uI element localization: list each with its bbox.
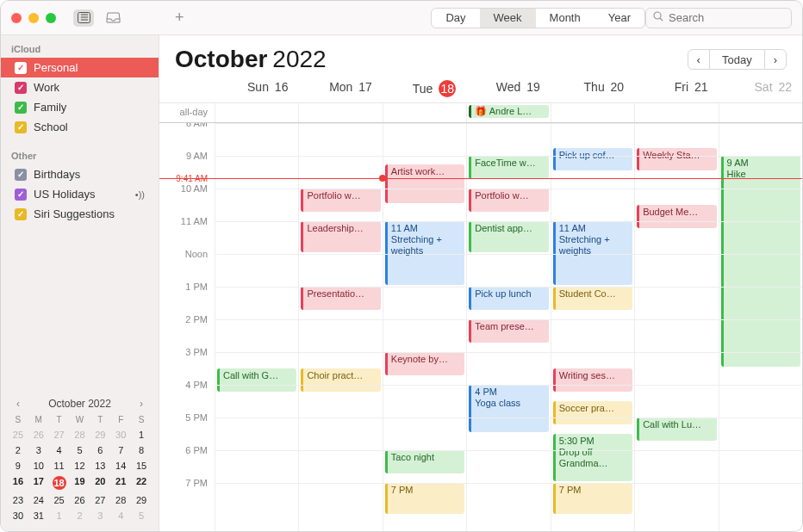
minical-day[interactable]: 10 — [28, 459, 49, 473]
event[interactable]: Pick up lunch — [469, 287, 548, 310]
view-year-button[interactable]: Year — [594, 9, 644, 28]
day-column[interactable]: Pick up cof…11 AMStretching + weightsStu… — [551, 123, 634, 531]
minical-day[interactable]: 1 — [49, 509, 70, 523]
minical-prev-button[interactable]: ‹ — [8, 398, 28, 410]
calendar-item-personal[interactable]: ✓Personal — [1, 58, 159, 77]
allday-cell[interactable] — [298, 103, 382, 122]
minical-day[interactable]: 12 — [70, 459, 90, 473]
event[interactable]: Presentatio… — [301, 287, 380, 310]
calendars-sidebar-icon[interactable] — [73, 9, 94, 27]
calendar-checkbox[interactable]: ✓ — [15, 62, 27, 74]
event[interactable]: Artist work… — [385, 164, 464, 204]
minical-day[interactable]: 9 — [8, 459, 28, 473]
event[interactable]: 7 PM — [553, 483, 632, 514]
day-header[interactable]: Sun 16 — [215, 80, 298, 97]
day-column[interactable]: Call with G… — [215, 123, 298, 531]
minical-day[interactable]: 13 — [90, 459, 110, 473]
calendar-item-school[interactable]: ✓School — [4, 117, 155, 137]
minimize-button[interactable] — [28, 13, 39, 23]
event[interactable]: Call with G… — [217, 368, 296, 392]
search-field[interactable] — [645, 8, 792, 28]
event[interactable]: Pick up cof… — [553, 148, 632, 171]
search-input[interactable] — [669, 11, 803, 24]
event[interactable]: 11 AMStretching + weights — [385, 221, 464, 285]
minical-day[interactable]: 31 — [28, 509, 49, 523]
minical-day[interactable]: 22 — [131, 474, 152, 492]
calendar-item-siri-suggestions[interactable]: ✓Siri Suggestions — [4, 204, 155, 224]
minical-day[interactable]: 18 — [49, 474, 70, 492]
minical-day[interactable]: 25 — [8, 428, 28, 442]
calendar-checkbox[interactable]: ✓ — [15, 189, 27, 201]
day-column[interactable]: FaceTime w…Portfolio w…Dentist app…Pick … — [466, 123, 550, 531]
event[interactable]: Keynote by… — [385, 352, 464, 375]
calendar-item-family[interactable]: ✓Family — [4, 97, 155, 117]
day-header[interactable]: Fri 21 — [634, 80, 718, 97]
event[interactable]: FaceTime w… — [469, 156, 548, 179]
calendar-item-work[interactable]: ✓Work — [4, 77, 155, 97]
calendar-checkbox[interactable]: ✓ — [15, 208, 27, 220]
event[interactable]: Team prese… — [469, 319, 548, 343]
minical-day[interactable]: 23 — [8, 493, 28, 507]
event[interactable]: 7 PM — [385, 483, 464, 514]
allday-cell[interactable] — [551, 103, 634, 122]
minical-day[interactable]: 4 — [49, 443, 70, 457]
calendar-item-us-holidays[interactable]: ✓US Holidays•)) — [4, 184, 155, 204]
calendar-item-birthdays[interactable]: ✓Birthdays — [4, 164, 155, 184]
event[interactable]: 9 AMHike — [721, 156, 800, 367]
minical-day[interactable]: 3 — [90, 509, 110, 523]
day-column[interactable]: Weekly Sta…Budget Me…Call with Lu… — [634, 123, 718, 531]
event[interactable]: 5:30 PMDrop off Grandma… — [553, 434, 632, 481]
day-header[interactable]: Sat 22 — [719, 80, 802, 97]
minical-day[interactable]: 27 — [90, 493, 110, 507]
allday-event[interactable]: 🎁 Andre L… — [469, 105, 548, 118]
event[interactable]: 11 AMStretching + weights — [553, 221, 632, 285]
event[interactable]: Budget Me… — [637, 205, 716, 228]
day-header[interactable]: Mon 17 — [298, 80, 382, 97]
event[interactable]: Student Co… — [553, 287, 632, 310]
minical-day[interactable]: 28 — [70, 428, 90, 442]
minical-next-button[interactable]: › — [131, 398, 152, 410]
close-button[interactable] — [11, 13, 22, 23]
minical-day[interactable]: 15 — [131, 459, 152, 473]
event[interactable]: Choir pract… — [301, 368, 380, 392]
day-column[interactable]: Portfolio w…Leadership…Presentatio…Choir… — [298, 123, 382, 531]
view-month-button[interactable]: Month — [536, 9, 594, 28]
minical-day[interactable]: 27 — [49, 428, 70, 442]
minical-day[interactable]: 20 — [90, 474, 110, 492]
event[interactable]: Soccer pra… — [553, 401, 632, 424]
allday-cell[interactable] — [383, 103, 466, 122]
minical-day[interactable]: 8 — [131, 443, 152, 457]
add-event-button[interactable]: + — [175, 9, 184, 27]
allday-cell[interactable] — [719, 103, 802, 122]
minical-day[interactable]: 5 — [70, 443, 90, 457]
minical-day[interactable]: 26 — [70, 493, 90, 507]
minical-day[interactable]: 24 — [28, 493, 49, 507]
event[interactable]: 4 PMYoga class — [469, 385, 548, 432]
minical-day[interactable]: 28 — [110, 493, 131, 507]
today-button[interactable]: Today — [710, 49, 764, 70]
minical-day[interactable]: 1 — [131, 428, 152, 442]
minical-day[interactable]: 5 — [131, 509, 152, 523]
event[interactable]: Call with Lu… — [637, 418, 716, 441]
calendar-checkbox[interactable]: ✓ — [15, 102, 27, 114]
minical-day[interactable]: 6 — [90, 443, 110, 457]
day-header[interactable]: Tue 18 — [383, 80, 466, 97]
inbox-icon[interactable] — [103, 9, 123, 27]
calendar-checkbox[interactable]: ✓ — [15, 121, 27, 133]
minical-day[interactable]: 21 — [110, 474, 131, 492]
event[interactable]: Portfolio w… — [301, 189, 380, 212]
minical-day[interactable]: 11 — [49, 459, 70, 473]
view-week-button[interactable]: Week — [480, 9, 536, 28]
minical-day[interactable]: 16 — [8, 474, 28, 492]
day-header[interactable]: Thu 20 — [551, 80, 634, 97]
calendar-checkbox[interactable]: ✓ — [15, 169, 27, 181]
event[interactable]: Leadership… — [301, 221, 380, 252]
event[interactable]: Weekly Sta… — [637, 148, 716, 171]
calendar-checkbox[interactable]: ✓ — [15, 82, 27, 94]
event[interactable]: Dentist app… — [469, 221, 548, 252]
day-header[interactable]: Wed 19 — [466, 80, 550, 97]
minical-day[interactable]: 29 — [131, 493, 152, 507]
event[interactable]: Taco night — [385, 450, 464, 473]
minical-day[interactable]: 2 — [70, 509, 90, 523]
minical-day[interactable]: 29 — [90, 428, 110, 442]
